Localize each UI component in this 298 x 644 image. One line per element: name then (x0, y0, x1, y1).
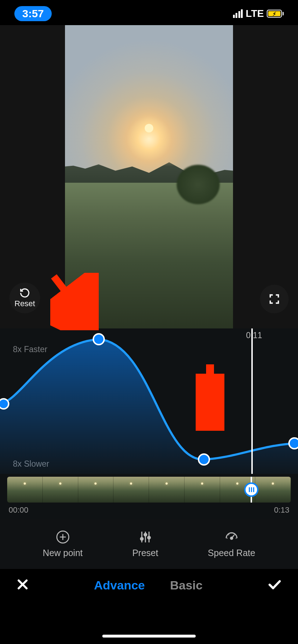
svg-point-1 (140, 537, 143, 540)
fullscreen-icon (268, 293, 280, 305)
thumbnail (149, 477, 185, 503)
video-frame[interactable] (65, 25, 233, 328)
speed-point-3[interactable] (199, 454, 209, 465)
network-type: LTE (246, 8, 264, 19)
fullscreen-button[interactable] (260, 285, 289, 313)
speed-rate-button[interactable]: Speed Rate (208, 530, 255, 558)
speed-curve[interactable] (0, 328, 298, 474)
new-point-button[interactable]: New point (43, 530, 83, 558)
home-indicator[interactable] (102, 635, 196, 638)
close-icon (16, 578, 29, 591)
tab-advance[interactable]: Advance (94, 578, 145, 592)
speed-point-2[interactable] (93, 334, 104, 345)
thumbnail (113, 477, 149, 503)
speed-point-1[interactable] (0, 399, 9, 409)
status-bar: 3:57 LTE ⚡︎ (0, 0, 298, 25)
tool-label: New point (43, 548, 83, 558)
confirm-button[interactable] (267, 577, 282, 593)
svg-point-2 (144, 533, 146, 536)
thumbnail (43, 477, 78, 503)
gauge-icon (224, 530, 239, 544)
status-time-pill: 3:57 (14, 6, 52, 21)
end-time: 0:13 (274, 505, 289, 515)
tool-label: Preset (132, 548, 158, 558)
reset-label: Reset (14, 299, 35, 308)
timeline-playhead-handle[interactable] (244, 482, 259, 497)
time-labels: 00:00 0:13 (0, 503, 298, 515)
reset-button[interactable]: Reset (9, 283, 40, 313)
sliders-icon (138, 530, 153, 544)
tool-label: Speed Rate (208, 548, 255, 558)
battery-charging-icon: ⚡︎ (267, 10, 284, 18)
tool-row: New point Preset Speed Rate (0, 519, 298, 569)
plus-circle-icon (56, 530, 70, 544)
thumbnail (7, 477, 43, 503)
speed-point-4[interactable] (289, 438, 298, 449)
undo-icon (19, 288, 30, 298)
thumbnail (78, 477, 114, 503)
thumbnail-strip[interactable] (7, 477, 291, 503)
check-icon (267, 577, 282, 592)
thumbnail (255, 477, 291, 503)
start-time: 00:00 (9, 505, 28, 515)
curve-playhead[interactable] (251, 328, 253, 474)
cancel-button[interactable] (16, 578, 29, 593)
tab-basic[interactable]: Basic (170, 578, 203, 592)
speed-curve-editor[interactable]: 8x Faster 8x Slower 0:11 (0, 328, 298, 474)
mode-bar: Advance Basic (0, 569, 298, 601)
cellular-signal-icon (233, 9, 243, 18)
video-preview-area: Reset (0, 25, 298, 328)
preset-button[interactable]: Preset (132, 530, 158, 558)
status-right: LTE ⚡︎ (233, 8, 284, 19)
svg-point-3 (148, 536, 150, 539)
thumbnail (185, 477, 220, 503)
timeline[interactable]: 00:00 0:13 (0, 474, 298, 519)
